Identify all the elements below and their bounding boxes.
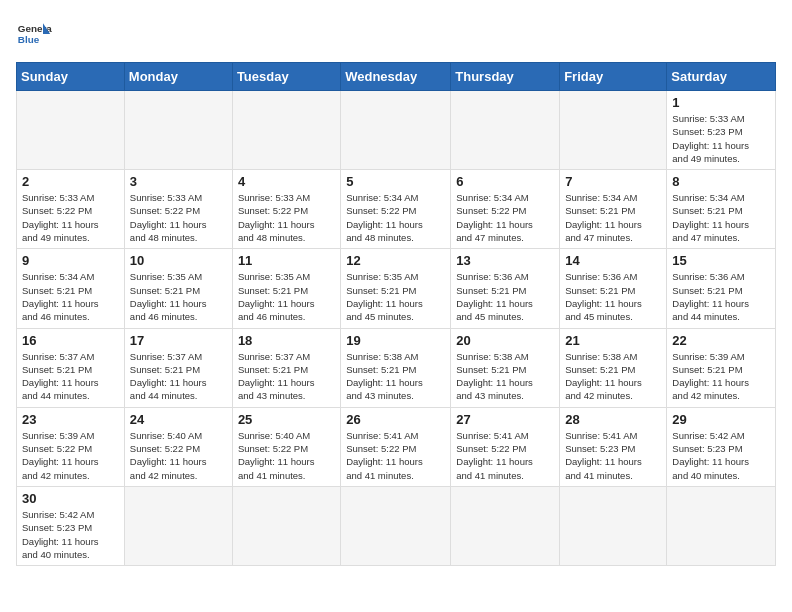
day-number: 4 (238, 174, 335, 189)
calendar-day-cell: 3Sunrise: 5:33 AM Sunset: 5:22 PM Daylig… (124, 170, 232, 249)
day-info: Sunrise: 5:37 AM Sunset: 5:21 PM Dayligh… (130, 350, 227, 403)
calendar-day-cell: 4Sunrise: 5:33 AM Sunset: 5:22 PM Daylig… (232, 170, 340, 249)
day-info: Sunrise: 5:36 AM Sunset: 5:21 PM Dayligh… (672, 270, 770, 323)
day-info: Sunrise: 5:38 AM Sunset: 5:21 PM Dayligh… (346, 350, 445, 403)
column-header-tuesday: Tuesday (232, 63, 340, 91)
calendar-day-cell: 10Sunrise: 5:35 AM Sunset: 5:21 PM Dayli… (124, 249, 232, 328)
day-number: 12 (346, 253, 445, 268)
day-number: 28 (565, 412, 661, 427)
day-number: 5 (346, 174, 445, 189)
day-info: Sunrise: 5:42 AM Sunset: 5:23 PM Dayligh… (672, 429, 770, 482)
calendar-day-cell: 7Sunrise: 5:34 AM Sunset: 5:21 PM Daylig… (560, 170, 667, 249)
day-info: Sunrise: 5:41 AM Sunset: 5:22 PM Dayligh… (456, 429, 554, 482)
column-header-wednesday: Wednesday (341, 63, 451, 91)
day-info: Sunrise: 5:38 AM Sunset: 5:21 PM Dayligh… (565, 350, 661, 403)
calendar-day-cell: 8Sunrise: 5:34 AM Sunset: 5:21 PM Daylig… (667, 170, 776, 249)
day-number: 24 (130, 412, 227, 427)
day-number: 11 (238, 253, 335, 268)
calendar-day-cell (17, 91, 125, 170)
calendar-day-cell (124, 91, 232, 170)
calendar-day-cell: 24Sunrise: 5:40 AM Sunset: 5:22 PM Dayli… (124, 407, 232, 486)
day-number: 10 (130, 253, 227, 268)
day-number: 19 (346, 333, 445, 348)
day-info: Sunrise: 5:34 AM Sunset: 5:21 PM Dayligh… (22, 270, 119, 323)
day-info: Sunrise: 5:39 AM Sunset: 5:22 PM Dayligh… (22, 429, 119, 482)
day-info: Sunrise: 5:41 AM Sunset: 5:23 PM Dayligh… (565, 429, 661, 482)
calendar-day-cell: 25Sunrise: 5:40 AM Sunset: 5:22 PM Dayli… (232, 407, 340, 486)
column-header-monday: Monday (124, 63, 232, 91)
calendar-day-cell: 27Sunrise: 5:41 AM Sunset: 5:22 PM Dayli… (451, 407, 560, 486)
calendar-day-cell (560, 486, 667, 565)
day-number: 23 (22, 412, 119, 427)
calendar-day-cell (232, 91, 340, 170)
day-number: 17 (130, 333, 227, 348)
calendar-header-row: SundayMondayTuesdayWednesdayThursdayFrid… (17, 63, 776, 91)
day-number: 26 (346, 412, 445, 427)
day-number: 7 (565, 174, 661, 189)
day-info: Sunrise: 5:41 AM Sunset: 5:22 PM Dayligh… (346, 429, 445, 482)
day-info: Sunrise: 5:37 AM Sunset: 5:21 PM Dayligh… (22, 350, 119, 403)
column-header-sunday: Sunday (17, 63, 125, 91)
calendar-day-cell: 19Sunrise: 5:38 AM Sunset: 5:21 PM Dayli… (341, 328, 451, 407)
day-info: Sunrise: 5:35 AM Sunset: 5:21 PM Dayligh… (346, 270, 445, 323)
column-header-thursday: Thursday (451, 63, 560, 91)
calendar-day-cell: 21Sunrise: 5:38 AM Sunset: 5:21 PM Dayli… (560, 328, 667, 407)
day-info: Sunrise: 5:35 AM Sunset: 5:21 PM Dayligh… (238, 270, 335, 323)
day-number: 27 (456, 412, 554, 427)
logo: General Blue (16, 16, 52, 52)
calendar-day-cell: 26Sunrise: 5:41 AM Sunset: 5:22 PM Dayli… (341, 407, 451, 486)
day-info: Sunrise: 5:33 AM Sunset: 5:22 PM Dayligh… (130, 191, 227, 244)
calendar-day-cell: 30Sunrise: 5:42 AM Sunset: 5:23 PM Dayli… (17, 486, 125, 565)
day-number: 21 (565, 333, 661, 348)
column-header-friday: Friday (560, 63, 667, 91)
calendar-week-row: 16Sunrise: 5:37 AM Sunset: 5:21 PM Dayli… (17, 328, 776, 407)
day-info: Sunrise: 5:40 AM Sunset: 5:22 PM Dayligh… (238, 429, 335, 482)
calendar-week-row: 1Sunrise: 5:33 AM Sunset: 5:23 PM Daylig… (17, 91, 776, 170)
day-info: Sunrise: 5:33 AM Sunset: 5:23 PM Dayligh… (672, 112, 770, 165)
calendar-day-cell (232, 486, 340, 565)
calendar-day-cell (341, 486, 451, 565)
calendar-day-cell (124, 486, 232, 565)
header: General Blue (16, 16, 776, 52)
day-number: 30 (22, 491, 119, 506)
day-number: 29 (672, 412, 770, 427)
day-info: Sunrise: 5:42 AM Sunset: 5:23 PM Dayligh… (22, 508, 119, 561)
column-header-saturday: Saturday (667, 63, 776, 91)
day-number: 2 (22, 174, 119, 189)
day-info: Sunrise: 5:36 AM Sunset: 5:21 PM Dayligh… (456, 270, 554, 323)
day-number: 14 (565, 253, 661, 268)
calendar-day-cell: 23Sunrise: 5:39 AM Sunset: 5:22 PM Dayli… (17, 407, 125, 486)
day-number: 13 (456, 253, 554, 268)
calendar-day-cell (341, 91, 451, 170)
day-number: 1 (672, 95, 770, 110)
day-info: Sunrise: 5:36 AM Sunset: 5:21 PM Dayligh… (565, 270, 661, 323)
day-number: 3 (130, 174, 227, 189)
calendar-day-cell: 15Sunrise: 5:36 AM Sunset: 5:21 PM Dayli… (667, 249, 776, 328)
calendar-week-row: 2Sunrise: 5:33 AM Sunset: 5:22 PM Daylig… (17, 170, 776, 249)
day-info: Sunrise: 5:38 AM Sunset: 5:21 PM Dayligh… (456, 350, 554, 403)
calendar: SundayMondayTuesdayWednesdayThursdayFrid… (16, 62, 776, 566)
day-info: Sunrise: 5:33 AM Sunset: 5:22 PM Dayligh… (238, 191, 335, 244)
calendar-day-cell: 18Sunrise: 5:37 AM Sunset: 5:21 PM Dayli… (232, 328, 340, 407)
calendar-day-cell: 6Sunrise: 5:34 AM Sunset: 5:22 PM Daylig… (451, 170, 560, 249)
calendar-day-cell: 11Sunrise: 5:35 AM Sunset: 5:21 PM Dayli… (232, 249, 340, 328)
calendar-day-cell (560, 91, 667, 170)
day-number: 6 (456, 174, 554, 189)
calendar-day-cell: 20Sunrise: 5:38 AM Sunset: 5:21 PM Dayli… (451, 328, 560, 407)
svg-text:Blue: Blue (18, 34, 40, 45)
day-number: 25 (238, 412, 335, 427)
calendar-day-cell: 5Sunrise: 5:34 AM Sunset: 5:22 PM Daylig… (341, 170, 451, 249)
calendar-day-cell (667, 486, 776, 565)
calendar-day-cell: 2Sunrise: 5:33 AM Sunset: 5:22 PM Daylig… (17, 170, 125, 249)
calendar-day-cell (451, 91, 560, 170)
calendar-day-cell: 29Sunrise: 5:42 AM Sunset: 5:23 PM Dayli… (667, 407, 776, 486)
calendar-day-cell: 9Sunrise: 5:34 AM Sunset: 5:21 PM Daylig… (17, 249, 125, 328)
day-info: Sunrise: 5:35 AM Sunset: 5:21 PM Dayligh… (130, 270, 227, 323)
day-info: Sunrise: 5:33 AM Sunset: 5:22 PM Dayligh… (22, 191, 119, 244)
calendar-day-cell: 22Sunrise: 5:39 AM Sunset: 5:21 PM Dayli… (667, 328, 776, 407)
day-info: Sunrise: 5:40 AM Sunset: 5:22 PM Dayligh… (130, 429, 227, 482)
day-info: Sunrise: 5:37 AM Sunset: 5:21 PM Dayligh… (238, 350, 335, 403)
calendar-week-row: 30Sunrise: 5:42 AM Sunset: 5:23 PM Dayli… (17, 486, 776, 565)
day-number: 9 (22, 253, 119, 268)
calendar-day-cell (451, 486, 560, 565)
